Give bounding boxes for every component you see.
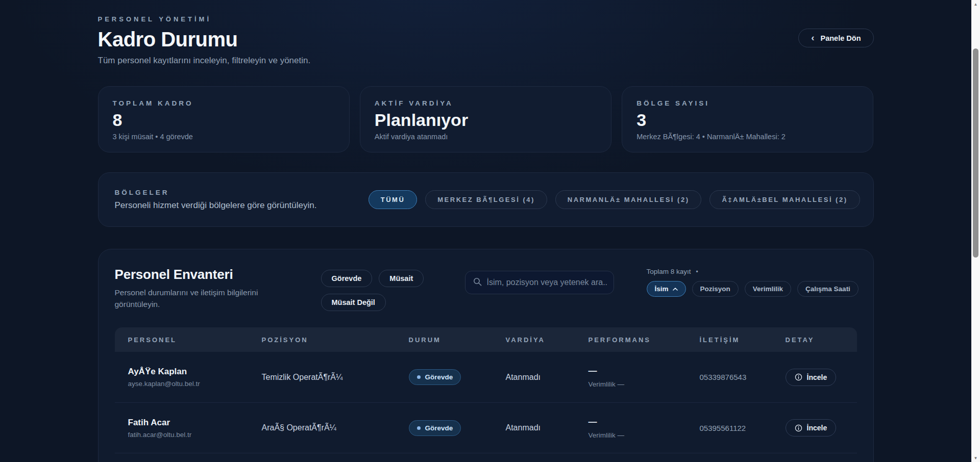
search-icon xyxy=(473,277,482,288)
column-header: VARDİYA xyxy=(506,336,589,344)
status-dot-icon xyxy=(417,375,421,379)
search-box[interactable] xyxy=(465,271,614,294)
stat-value: 3 xyxy=(636,111,859,130)
stat-value: 8 xyxy=(113,111,335,130)
status-filter-button[interactable]: Müsait xyxy=(379,270,424,287)
inventory-card: Personel Envanteri Personel durumlarını … xyxy=(98,249,874,462)
position-cell: Temizlik OperatÃ¶rÃ¼ xyxy=(262,373,409,382)
inventory-subtitle: Personel durumlarını ve iletişim bilgile… xyxy=(115,287,288,311)
back-to-panel-button[interactable]: ‹ Panele Dön xyxy=(798,29,873,47)
sort-chip-label: Çalışma Saati xyxy=(805,285,850,293)
detail-cell: İncele xyxy=(786,419,844,437)
column-header: PERFORMANS xyxy=(589,336,700,344)
page-background: PERSONEL YÖNETİMİ Kadro Durumu Tüm perso… xyxy=(0,0,971,462)
table-header-row: PERSONELPOZİSYONDURUMVARDİYAPERFORMANSİL… xyxy=(115,327,857,352)
employee-name: Fatih Acar xyxy=(128,418,262,428)
sort-chip-group: İsim Pozisyon Verimlilik Çalışma Saati xyxy=(647,281,857,297)
vertical-scrollbar[interactable]: ▲ ▼ xyxy=(971,0,980,462)
stat-value: Planlanıyor xyxy=(375,111,597,130)
performance-sub: Verimlilik — xyxy=(589,380,700,388)
sort-chip[interactable]: Pozisyon xyxy=(692,281,739,297)
position-cell: AraÃ§ OperatÃ¶rÃ¼ xyxy=(262,423,409,432)
back-button-label: Panele Dön xyxy=(821,34,861,42)
page-subtitle: Tüm personel kayıtlarını inceleyin, filt… xyxy=(98,56,311,66)
info-icon xyxy=(795,373,802,381)
record-count: Toplam 8 kayıt • xyxy=(647,268,857,275)
phone-cell: 05395561122 xyxy=(700,424,786,432)
personnel-table-body: AyÅŸe Kaplan ayse.kaplan@oltu.bel.tr Tem… xyxy=(115,352,857,462)
stat-card: BÖLGE SAYISI 3 Merkez BÃ¶lgesi: 4 • Narm… xyxy=(622,86,873,152)
stat-card: AKTİF VARDİYA Planlanıyor Aktif vardiya … xyxy=(360,86,611,152)
page-title: Kadro Durumu xyxy=(98,28,311,51)
performance-value: — xyxy=(589,366,700,376)
page-header: PERSONEL YÖNETİMİ Kadro Durumu Tüm perso… xyxy=(98,15,874,66)
table-row: Fatih Acar fatih.acar@oltu.bel.tr AraÃ§ … xyxy=(115,402,857,453)
personnel-table: PERSONELPOZİSYONDURUMVARDİYAPERFORMANSİL… xyxy=(115,327,857,462)
employee-cell: AyÅŸe Kaplan ayse.kaplan@oltu.bel.tr xyxy=(128,367,262,388)
regions-card: BÖLGELER Personeli hizmet verdiği bölgel… xyxy=(98,172,874,227)
employee-email: fatih.acar@oltu.bel.tr xyxy=(128,431,262,439)
regions-label: BÖLGELER xyxy=(115,189,317,196)
detail-button-label: İncele xyxy=(807,424,827,432)
stats-row: TOPLAM KADRO 8 3 kişi müsait • 4 görevde… xyxy=(98,86,874,152)
performance-value: — xyxy=(589,417,700,427)
sort-block: Toplam 8 kayıt • İsim Pozisyon Verimlili… xyxy=(647,267,857,297)
sort-chip-label: İsim xyxy=(655,285,669,293)
detail-button[interactable]: İncele xyxy=(786,419,837,437)
stat-detail: 3 kişi müsait • 4 görevde xyxy=(113,133,335,141)
title-block: PERSONEL YÖNETİMİ Kadro Durumu Tüm perso… xyxy=(98,15,311,66)
record-count-dot: • xyxy=(696,268,698,275)
column-header: DETAY xyxy=(786,336,844,344)
status-filter-button[interactable]: Müsait Değil xyxy=(321,294,386,311)
performance-cell: — Verimlilik — xyxy=(589,417,700,439)
employee-name: AyÅŸe Kaplan xyxy=(128,367,262,377)
scrollbar-down-button[interactable]: ▼ xyxy=(971,454,980,462)
phone-cell: 05339876543 xyxy=(700,373,786,381)
status-filter-button[interactable]: Görevde xyxy=(321,270,373,287)
status-cell: Görevde xyxy=(409,420,506,436)
status-badge: Görevde xyxy=(409,420,461,436)
sort-chip-label: Verimlilik xyxy=(753,285,783,293)
stat-detail: Aktif vardiya atanmadı xyxy=(375,133,597,141)
search-input[interactable] xyxy=(487,278,607,287)
sort-chip[interactable]: Çalışma Saati xyxy=(797,281,859,297)
inventory-title-block: Personel Envanteri Personel durumlarını … xyxy=(115,267,288,311)
table-row: GÃ¼lÅŸen Kar Temizlik OperatÃ¶rÃ¼ Müsait… xyxy=(115,453,857,462)
stat-label: TOPLAM KADRO xyxy=(113,99,335,107)
table-row: AyÅŸe Kaplan ayse.kaplan@oltu.bel.tr Tem… xyxy=(115,352,857,402)
employee-cell: Fatih Acar fatih.acar@oltu.bel.tr xyxy=(128,418,262,439)
region-filter-button[interactable]: NARMANLÄ± MAHALLESİ (2) xyxy=(555,190,702,209)
column-header: DURUM xyxy=(409,336,506,344)
info-icon xyxy=(795,424,802,432)
column-header: İLETİŞİM xyxy=(700,336,786,344)
regions-description: Personeli hizmet verdiği bölgelere göre … xyxy=(115,200,317,211)
region-filter-button[interactable]: MERKEZ BÃ¶LGESİ (4) xyxy=(425,190,547,209)
sort-chip[interactable]: İsim xyxy=(647,281,686,297)
inventory-title: Personel Envanteri xyxy=(115,267,288,283)
employee-email: ayse.kaplan@oltu.bel.tr xyxy=(128,380,262,388)
status-dot-icon xyxy=(417,426,421,430)
detail-button[interactable]: İncele xyxy=(786,369,837,386)
scrollbar-up-button[interactable]: ▲ xyxy=(971,0,980,8)
shift-cell: Atanmadı xyxy=(506,423,589,432)
sort-caret-icon xyxy=(673,288,678,291)
column-header: POZİSYON xyxy=(262,336,409,344)
record-count-label: Toplam 8 kayıt xyxy=(647,268,691,275)
performance-sub: Verimlilik — xyxy=(589,431,700,439)
status-badge: Görevde xyxy=(409,369,461,385)
status-filter-group: GörevdeMüsaitMüsait Değil xyxy=(321,270,432,311)
regions-text-block: BÖLGELER Personeli hizmet verdiği bölgel… xyxy=(112,189,317,211)
region-filter-button[interactable]: Ã‡AMLÄ±BEL MAHALLESİ (2) xyxy=(709,190,860,209)
stat-label: AKTİF VARDİYA xyxy=(375,99,597,107)
region-filter-button[interactable]: TÜMÜ xyxy=(369,190,418,209)
performance-cell: — Verimlilik — xyxy=(589,366,700,388)
region-filter-group: TÜMÜMERKEZ BÃ¶LGESİ (4)NARMANLÄ± MAHALLE… xyxy=(369,190,860,209)
status-label: Görevde xyxy=(425,373,453,381)
sort-chip[interactable]: Verimlilik xyxy=(745,281,791,297)
scrollbar-thumb[interactable] xyxy=(973,48,978,258)
status-cell: Görevde xyxy=(409,369,506,385)
page-eyebrow: PERSONEL YÖNETİMİ xyxy=(98,15,311,23)
inventory-header: Personel Envanteri Personel durumlarını … xyxy=(115,267,857,311)
column-header: PERSONEL xyxy=(128,336,262,344)
chevron-left-icon: ‹ xyxy=(811,33,814,42)
